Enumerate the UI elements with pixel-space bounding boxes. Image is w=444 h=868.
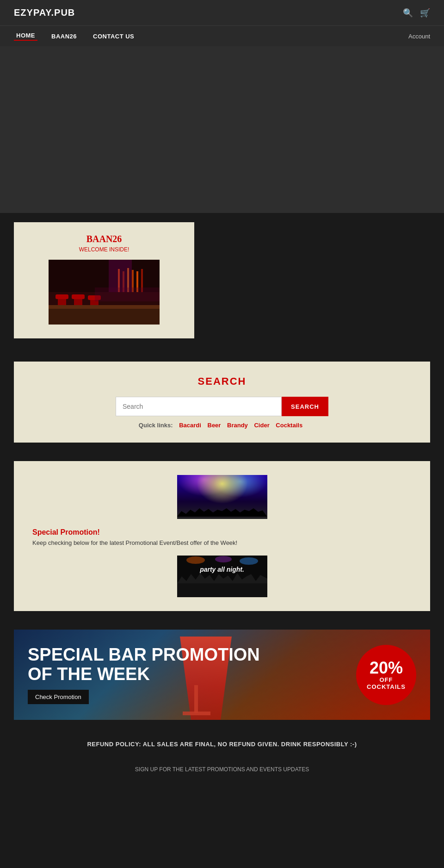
quick-link-brandy[interactable]: Brandy bbox=[227, 422, 248, 429]
signup-section: SIGN UP FOR THE LATEST PROMOTIONS AND EV… bbox=[0, 759, 444, 787]
promo-concert-image bbox=[177, 475, 267, 519]
quick-link-bacardi[interactable]: Bacardi bbox=[179, 422, 201, 429]
svg-rect-14 bbox=[49, 305, 160, 309]
promo-banner-section: SPECIAL BAR PROMOTION OF THE WEEK Check … bbox=[0, 620, 444, 729]
baan26-interior-image bbox=[49, 260, 160, 325]
nav-item-home[interactable]: HOME bbox=[14, 32, 37, 41]
banner-headline: SPECIAL BAR PROMOTION OF THE WEEK bbox=[28, 645, 342, 684]
svg-point-27 bbox=[240, 557, 258, 565]
quick-link-beer[interactable]: Beer bbox=[208, 422, 221, 429]
signup-text: SIGN UP FOR THE LATEST PROMOTIONS AND EV… bbox=[14, 766, 430, 773]
cart-icon[interactable]: 🛒 bbox=[420, 8, 430, 18]
baan26-section: BAAN26 WELCOME INSIDE! bbox=[0, 213, 444, 352]
search-bar: SEARCH bbox=[116, 397, 328, 416]
site-header: EZYPAY.PUB 🔍 🛒 bbox=[0, 0, 444, 25]
search-input[interactable] bbox=[116, 397, 282, 416]
hero-section bbox=[0, 46, 444, 213]
nav-account[interactable]: Account bbox=[408, 33, 430, 40]
quick-links: Quick links: Bacardi Beer Brandy Cider C… bbox=[32, 422, 412, 429]
svg-rect-22 bbox=[109, 260, 132, 292]
check-promotion-button[interactable]: Check Promotion bbox=[28, 690, 89, 704]
discount-off: OFF bbox=[380, 676, 393, 683]
quick-link-cider[interactable]: Cider bbox=[254, 422, 269, 429]
discount-category: COCKTAILS bbox=[367, 683, 406, 690]
discount-percentage: 20% bbox=[370, 660, 403, 676]
main-nav: HOME BAAN26 CONTACT US Account bbox=[0, 25, 444, 46]
svg-point-26 bbox=[215, 556, 232, 562]
promo-banner: SPECIAL BAR PROMOTION OF THE WEEK Check … bbox=[14, 630, 430, 720]
banner-content: SPECIAL BAR PROMOTION OF THE WEEK Check … bbox=[14, 636, 356, 713]
svg-text:party all night.: party all night. bbox=[199, 566, 244, 573]
refund-policy-text: REFUND POLICY: ALL SALES ARE FINAL, NO R… bbox=[14, 741, 430, 748]
svg-rect-8 bbox=[56, 294, 68, 299]
header-icons: 🔍 🛒 bbox=[403, 8, 430, 18]
quick-link-cocktails[interactable]: Cocktails bbox=[276, 422, 302, 429]
promo-description: Keep checking below for the latest Promo… bbox=[32, 539, 412, 546]
baan26-card-subtitle: WELCOME INSIDE! bbox=[28, 246, 180, 253]
search-title: SEARCH bbox=[32, 375, 412, 387]
search-icon[interactable]: 🔍 bbox=[403, 8, 413, 18]
search-card: SEARCH SEARCH Quick links: Bacardi Beer … bbox=[14, 362, 430, 443]
svg-rect-23 bbox=[95, 287, 160, 301]
nav-links: HOME BAAN26 CONTACT US bbox=[14, 32, 136, 41]
banner-discount-circle: 20% OFF COCKTAILS bbox=[356, 645, 416, 705]
baan26-card: BAAN26 WELCOME INSIDE! bbox=[14, 222, 194, 338]
nav-item-contact[interactable]: CONTACT US bbox=[91, 33, 136, 40]
svg-rect-28 bbox=[177, 583, 267, 597]
search-button[interactable]: SEARCH bbox=[282, 397, 328, 416]
site-logo: EZYPAY.PUB bbox=[14, 7, 75, 18]
party-night-image: party all night. bbox=[177, 556, 267, 597]
promo-section: Special Promotion! Keep checking below f… bbox=[0, 452, 444, 620]
baan26-card-title: BAAN26 bbox=[28, 234, 180, 244]
svg-point-25 bbox=[186, 556, 205, 564]
refund-section: REFUND POLICY: ALL SALES ARE FINAL, NO R… bbox=[0, 729, 444, 759]
nav-item-baan26[interactable]: BAAN26 bbox=[49, 33, 79, 40]
promo-card: Special Promotion! Keep checking below f… bbox=[14, 461, 430, 611]
search-section: SEARCH SEARCH Quick links: Bacardi Beer … bbox=[0, 352, 444, 452]
svg-rect-10 bbox=[72, 294, 85, 299]
quick-links-label: Quick links: bbox=[139, 422, 173, 429]
promo-title: Special Promotion! bbox=[32, 528, 412, 537]
